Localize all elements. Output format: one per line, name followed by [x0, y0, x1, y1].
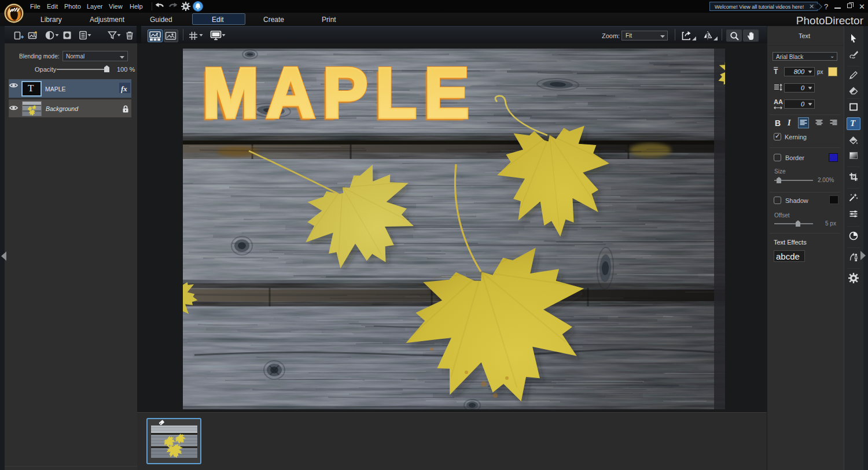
svg-text:MAPLE: MAPLE	[203, 53, 477, 132]
